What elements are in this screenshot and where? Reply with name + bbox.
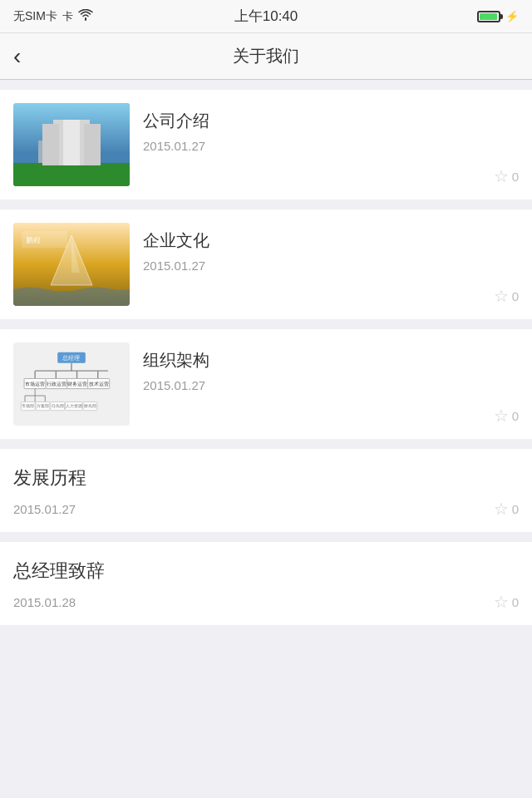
svg-text:任先部: 任先部 xyxy=(51,403,64,408)
star-number: 0 xyxy=(512,595,519,609)
list-item[interactable]: 公司介绍 2015.01.27 ☆ 0 xyxy=(0,90,532,200)
org-thumb: 总经理 市场运营 行政运营 财务运营 xyxy=(13,342,130,426)
status-right: ⚡ xyxy=(477,10,519,22)
item-info: 企业文化 2015.01.27 xyxy=(143,223,519,273)
svg-text:市场部: 市场部 xyxy=(22,403,34,408)
svg-text:市场运营: 市场运营 xyxy=(25,381,45,387)
battery-icon xyxy=(477,11,500,22)
svg-rect-2 xyxy=(63,120,78,163)
item-bottom-row: 2015.01.27 ☆ 0 xyxy=(13,499,519,519)
item-date: 2015.01.27 xyxy=(143,259,519,273)
star-number: 0 xyxy=(512,170,519,184)
svg-text:行政运营: 行政运营 xyxy=(47,382,66,387)
nav-bar: ‹ 关于我们 xyxy=(0,33,532,80)
list-item[interactable]: 总经理致辞 2015.01.28 ☆ 0 xyxy=(0,542,532,625)
svg-rect-5 xyxy=(38,140,52,163)
item-star-count[interactable]: ☆ 0 xyxy=(494,286,519,306)
charging-icon: ⚡ xyxy=(505,10,519,22)
item-title: 企业文化 xyxy=(143,229,519,252)
item-date: 2015.01.28 xyxy=(13,595,76,609)
item-thumbnail: 总经理 市场运营 行政运营 财务运营 xyxy=(13,342,130,426)
item-date: 2015.01.27 xyxy=(13,502,76,516)
item-title: 总经理致辞 xyxy=(13,559,519,584)
svg-rect-0 xyxy=(13,103,130,186)
svg-rect-8 xyxy=(71,124,74,127)
item-info: 组织架构 2015.01.27 xyxy=(143,342,519,392)
item-star-count[interactable]: ☆ 0 xyxy=(494,592,519,612)
list-item[interactable]: 发展历程 2015.01.27 ☆ 0 xyxy=(0,449,532,532)
item-date: 2015.01.27 xyxy=(143,378,519,392)
list-item[interactable]: 总经理 市场运营 行政运营 财务运营 xyxy=(0,329,532,439)
svg-rect-1 xyxy=(13,163,130,186)
svg-text:技术运营: 技术运营 xyxy=(88,382,109,387)
back-button[interactable]: ‹ xyxy=(13,45,21,68)
company-thumb-image xyxy=(13,103,130,186)
star-icon: ☆ xyxy=(494,406,509,426)
item-star-count[interactable]: ☆ 0 xyxy=(494,499,519,519)
star-icon: ☆ xyxy=(494,499,509,519)
item-star-count[interactable]: ☆ 0 xyxy=(494,166,519,186)
svg-text:财务运营: 财务运营 xyxy=(67,382,87,387)
item-star-count[interactable]: ☆ 0 xyxy=(494,406,519,426)
star-number: 0 xyxy=(512,502,519,516)
item-info: 公司介绍 2015.01.27 xyxy=(143,103,519,153)
star-number: 0 xyxy=(512,409,519,423)
list-item[interactable]: 鹏程 企业文化 2015.01.27 ☆ 0 xyxy=(0,209,532,319)
svg-text:总经理: 总经理 xyxy=(62,355,81,361)
star-number: 0 xyxy=(512,289,519,303)
item-title: 公司介绍 xyxy=(143,110,519,132)
status-left: 无SIM卡 卡 xyxy=(13,9,93,24)
svg-rect-7 xyxy=(66,124,69,127)
star-icon: ☆ xyxy=(494,166,509,186)
svg-rect-3 xyxy=(53,132,65,163)
svg-rect-9 xyxy=(66,131,69,134)
star-icon: ☆ xyxy=(494,286,509,306)
svg-text:财先部: 财先部 xyxy=(84,403,96,408)
svg-rect-10 xyxy=(71,131,74,134)
item-thumbnail xyxy=(13,103,130,186)
wifi-icon xyxy=(78,9,93,23)
svg-rect-4 xyxy=(78,126,88,163)
carrier-text: 无SIM卡 xyxy=(13,9,57,24)
svg-text:人力资源: 人力资源 xyxy=(66,403,82,408)
item-bottom-row: 2015.01.28 ☆ 0 xyxy=(13,592,519,612)
item-thumbnail: 鹏程 xyxy=(13,223,130,306)
status-bar: 无SIM卡 卡 上午10:40 ⚡ xyxy=(0,0,532,33)
svg-text:方案部: 方案部 xyxy=(37,403,49,408)
item-date: 2015.01.27 xyxy=(143,139,519,153)
star-icon: ☆ xyxy=(494,592,509,612)
svg-rect-6 xyxy=(92,135,101,163)
item-title: 发展历程 xyxy=(13,466,519,490)
page-title: 关于我们 xyxy=(233,45,299,67)
content-list: 公司介绍 2015.01.27 ☆ 0 xyxy=(0,80,532,645)
svg-text:鹏程: 鹏程 xyxy=(26,236,41,244)
status-time: 上午10:40 xyxy=(234,7,298,26)
sim-card-icon: 卡 xyxy=(62,9,73,24)
item-title: 组织架构 xyxy=(143,349,519,372)
